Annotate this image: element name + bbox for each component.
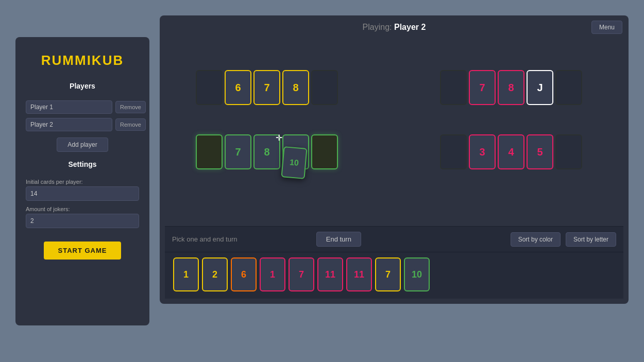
cursor-icon: ✛ — [276, 133, 282, 143]
jokers-field: Amount of jokers: — [26, 206, 139, 228]
card[interactable]: 7 — [225, 134, 251, 169]
right-panel: Playing: Player 2 Menu 6 7 8 7 8 — [160, 15, 629, 304]
slot — [311, 70, 338, 105]
playing-player: Player 2 — [394, 23, 426, 31]
player-row-1: Remove — [26, 100, 139, 114]
game-header: Playing: Player 2 Menu — [160, 15, 629, 39]
sort-by-color-button[interactable]: Sort by color — [511, 232, 561, 247]
slot — [555, 70, 582, 105]
initial-cards-input[interactable] — [26, 186, 139, 201]
sort-by-letter-button[interactable]: Sort by letter — [566, 232, 616, 247]
dragging-card[interactable]: 10 — [281, 146, 307, 179]
card[interactable]: J — [527, 70, 553, 105]
slot-glow-right — [311, 134, 338, 169]
jokers-input[interactable] — [26, 214, 139, 228]
players-title: Players — [70, 82, 95, 90]
card[interactable]: 7 — [469, 70, 496, 105]
hand-card-9[interactable]: 10 — [404, 257, 430, 291]
playing-prefix: Playing: — [363, 23, 394, 31]
hand-card-2[interactable]: 2 — [202, 257, 228, 291]
card[interactable]: 8 — [282, 70, 309, 105]
card[interactable]: 7 — [253, 70, 280, 105]
player-row-2: Remove — [26, 118, 139, 131]
end-turn-button[interactable]: End turn — [316, 232, 361, 247]
initial-cards-label: Initial cards per player: — [26, 179, 139, 185]
hand-card-3[interactable]: 6 — [231, 257, 257, 291]
main-layout: RUMMIKUB Players Remove Remove Add playe… — [0, 0, 644, 362]
hand-card-8[interactable]: 7 — [375, 257, 401, 291]
add-player-button[interactable]: Add player — [57, 137, 108, 152]
slot — [440, 70, 467, 105]
card[interactable]: 5 — [527, 134, 553, 169]
remove-player-1-button[interactable]: Remove — [115, 101, 146, 113]
set-row-2: 7 8 J — [440, 70, 582, 105]
game-board: 6 7 8 7 8 J 7 8 9 — [160, 39, 629, 304]
left-panel: RUMMIKUB Players Remove Remove Add playe… — [15, 37, 149, 325]
initial-cards-field: Initial cards per player: — [26, 179, 139, 201]
slot — [440, 134, 467, 169]
settings-section: Initial cards per player: Amount of joke… — [26, 179, 139, 228]
start-game-button[interactable]: START GAME — [44, 242, 122, 260]
slot-glow — [196, 134, 223, 169]
settings-title: Settings — [68, 160, 96, 168]
pick-text: Pick one and end turn — [172, 235, 311, 243]
player-1-input[interactable] — [26, 100, 112, 114]
slot — [555, 134, 582, 169]
card[interactable]: 3 — [469, 134, 496, 169]
card[interactable]: 8 — [498, 70, 524, 105]
playing-title: Playing: Player 2 — [363, 23, 426, 32]
logo: RUMMIKUB — [41, 53, 124, 68]
menu-button[interactable]: Menu — [591, 21, 622, 34]
set-row-3: 7 8 9 — [196, 134, 338, 169]
players-section: Remove Remove Add player — [26, 100, 139, 152]
hand-card-6[interactable]: 11 — [317, 257, 343, 291]
jokers-label: Amount of jokers: — [26, 206, 139, 212]
remove-player-2-button[interactable]: Remove — [115, 118, 146, 131]
slot — [196, 70, 223, 105]
set-row-4: 3 4 5 — [440, 134, 582, 169]
hand-card-1[interactable]: 1 — [173, 257, 199, 291]
hand-card-5[interactable]: 7 — [289, 257, 314, 291]
set-row-1: 6 7 8 — [196, 70, 338, 105]
card[interactable]: 4 — [498, 134, 524, 169]
player-hand: 1 2 6 1 7 11 11 7 10 — [165, 252, 623, 299]
hand-card-7[interactable]: 11 — [346, 257, 372, 291]
bottom-controls: Pick one and end turn End turn Sort by c… — [165, 226, 623, 252]
card[interactable]: 6 — [225, 70, 251, 105]
player-2-input[interactable] — [26, 118, 112, 131]
hand-card-4[interactable]: 1 — [260, 257, 285, 291]
